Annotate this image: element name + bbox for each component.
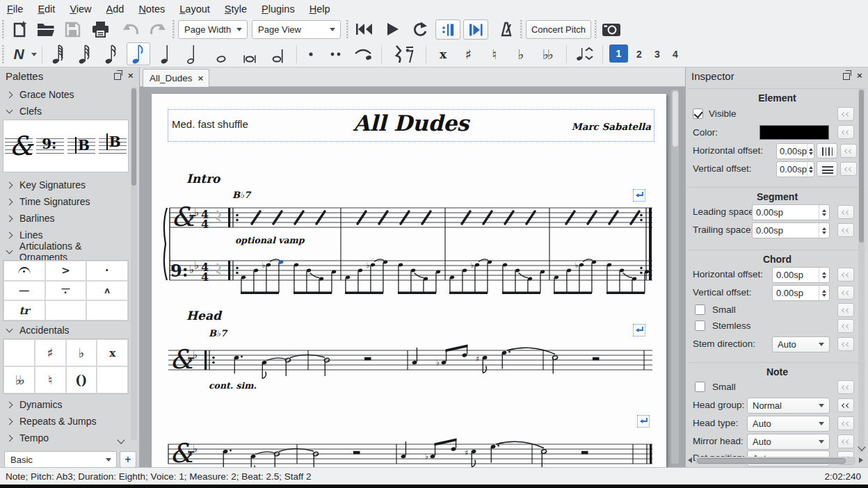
menu-notes[interactable]: Notes: [138, 3, 165, 15]
note-small-checkbox[interactable]: [695, 382, 705, 392]
cont-sim-text[interactable]: cont. sim.: [209, 380, 257, 391]
float-panel-icon[interactable]: [843, 73, 850, 80]
score-system-intro[interactable]: & ♭ ♭ 4 4 9: ♭ ♭ 4 4: [161, 202, 657, 304]
voice-4-button[interactable]: 4: [673, 49, 678, 60]
menu-file[interactable]: File: [7, 3, 23, 15]
loop-playback-button[interactable]: [409, 19, 431, 39]
stem-direction-dropdown[interactable]: Auto: [772, 336, 830, 352]
marcato-cell[interactable]: ʌ: [86, 281, 128, 301]
menu-style[interactable]: Style: [225, 3, 247, 15]
score-system-3[interactable]: & ♭ ♭: [161, 428, 657, 467]
augmentation-dot-button[interactable]: [302, 44, 320, 65]
mirror-head-dropdown[interactable]: Auto: [747, 434, 830, 450]
palette-item-barlines[interactable]: Barlines: [0, 210, 129, 227]
palette-item-accidentals[interactable]: Accidentals: [0, 322, 129, 339]
play-repeats-toggle[interactable]: [435, 19, 460, 40]
palette-item-key-signatures[interactable]: Key Signatures: [0, 177, 129, 193]
double-dot-button[interactable]: [326, 44, 346, 65]
palette-item-articulations[interactable]: Articulations & Ornaments: [0, 243, 129, 260]
reset-stem-direction-button[interactable]: [837, 337, 854, 351]
menu-edit[interactable]: Edit: [38, 3, 55, 15]
empty-cell[interactable]: [45, 300, 87, 320]
double-flat-button[interactable]: ♭♭: [536, 44, 559, 65]
concert-pitch-button[interactable]: Concert Pitch: [526, 20, 591, 39]
palette-item-dynamics[interactable]: Dynamics: [0, 396, 129, 413]
note-input-mode-button[interactable]: N: [8, 44, 29, 65]
open-file-button[interactable]: [35, 19, 57, 39]
reset-v-offset-button[interactable]: [840, 162, 857, 176]
leading-space-spinbox[interactable]: 0.00sp: [752, 204, 830, 220]
natural-cell[interactable]: ♮: [35, 366, 66, 393]
note-16th-button[interactable]: [100, 44, 122, 65]
tab-all-dudes[interactable]: All_Dudes ×: [143, 69, 209, 87]
score-page[interactable]: Med. fast shuffle All Dudes Marc Sabatel…: [152, 94, 666, 467]
trill-cell[interactable]: tr: [3, 300, 45, 320]
rewind-button[interactable]: [352, 19, 376, 39]
new-score-button[interactable]: [8, 19, 31, 39]
system-break-2[interactable]: [633, 324, 645, 336]
visible-checkbox[interactable]: [693, 108, 703, 119]
clef-alto-cell[interactable]: B: [66, 120, 97, 172]
note-half-button[interactable]: [182, 44, 204, 65]
menu-plugins[interactable]: Plugins: [262, 3, 295, 15]
head-type-dropdown[interactable]: Auto: [747, 416, 830, 432]
reset-color-button[interactable]: [837, 125, 854, 139]
redo-button[interactable]: [146, 19, 168, 39]
clef-tenor-cell[interactable]: B: [97, 120, 128, 172]
toolbar-drag-handle[interactable]: [346, 20, 348, 38]
empty-cell[interactable]: [97, 366, 128, 393]
palette-item-grace-notes[interactable]: Grace Notes: [0, 86, 129, 103]
reset-stemless-button[interactable]: [837, 319, 854, 333]
voice-2-button[interactable]: 2: [636, 49, 642, 60]
palette-item-tempo[interactable]: Tempo: [0, 430, 129, 446]
menu-view[interactable]: View: [70, 3, 91, 15]
element-v-offset-spinbox[interactable]: 0.00sp: [776, 161, 814, 177]
palette-scrollbar[interactable]: [131, 87, 137, 440]
toolbar-drag-handle[interactable]: [2, 20, 4, 38]
view-mode-combobox[interactable]: Page View: [252, 20, 341, 39]
system-break-1[interactable]: [633, 189, 645, 202]
chord-symbol-intro[interactable]: B♭7: [232, 190, 250, 200]
workspace-combobox[interactable]: Basic: [4, 451, 117, 468]
rehearsal-head[interactable]: Head: [186, 309, 221, 323]
reset-trailing-button[interactable]: [837, 223, 854, 237]
palette-item-time-signatures[interactable]: Time Signatures: [0, 193, 129, 210]
add-workspace-button[interactable]: +: [120, 451, 136, 468]
reset-visible-button[interactable]: [837, 107, 854, 121]
toolbar-drag-handle[interactable]: [172, 20, 175, 38]
rest-button[interactable]: [387, 42, 420, 66]
reset-mirror-button[interactable]: [837, 434, 854, 448]
note-32nd-button[interactable]: [74, 44, 96, 65]
flat-button[interactable]: ♭: [511, 44, 531, 65]
pan-score-toggle[interactable]: [463, 19, 488, 40]
reset-leading-button[interactable]: [837, 205, 854, 219]
reset-note-small-button[interactable]: [837, 380, 854, 394]
trailing-space-spinbox[interactable]: 0.00sp: [752, 222, 830, 238]
reset-chord-h-button[interactable]: [837, 268, 854, 282]
note-input-dropdown[interactable]: [29, 49, 39, 59]
note-quarter-button[interactable]: [156, 44, 178, 65]
chord-h-offset-spinbox[interactable]: 0.00sp: [772, 267, 830, 283]
toolbar-drag-handle[interactable]: [2, 45, 4, 63]
reset-h-offset-button[interactable]: [840, 144, 857, 158]
snap-horizontal-button[interactable]: [817, 143, 837, 158]
tie-button[interactable]: [351, 44, 376, 65]
inspector-hscrollbar[interactable]: [696, 457, 855, 464]
reset-chord-v-button[interactable]: [837, 286, 854, 300]
reset-head-type-button[interactable]: [837, 416, 854, 430]
system-break-3[interactable]: [637, 415, 650, 428]
parentheses-cell[interactable]: (): [66, 366, 97, 393]
double-flat-cell[interactable]: ♭♭: [3, 366, 35, 393]
chord-v-offset-spinbox[interactable]: 0.00sp: [772, 285, 830, 301]
toolbar-drag-handle[interactable]: [520, 20, 522, 38]
head-group-dropdown[interactable]: Normal: [747, 398, 830, 414]
close-panel-icon[interactable]: ×: [857, 72, 862, 79]
reset-head-group-button[interactable]: [837, 398, 854, 412]
element-h-offset-spinbox[interactable]: 0.00sp: [776, 143, 814, 159]
scroll-right-arrow[interactable]: [859, 457, 863, 463]
double-sharp-cell[interactable]: x: [97, 339, 128, 366]
play-button[interactable]: [381, 19, 403, 39]
image-capture-button[interactable]: [600, 19, 623, 39]
chord-small-checkbox[interactable]: [695, 304, 705, 315]
float-panel-icon[interactable]: [114, 73, 121, 80]
